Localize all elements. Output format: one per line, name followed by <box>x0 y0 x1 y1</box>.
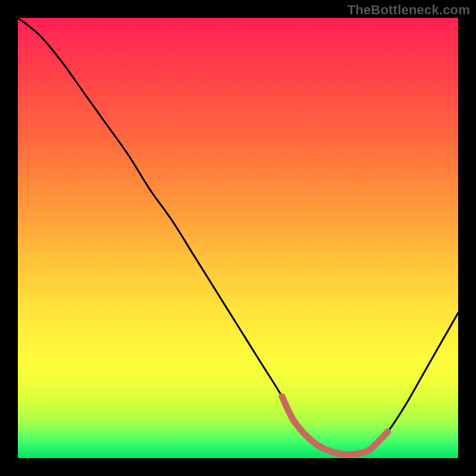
plot-area <box>18 18 458 458</box>
curve-main <box>18 18 458 455</box>
bottleneck-curve <box>18 18 458 458</box>
curve-highlight <box>282 396 388 455</box>
chart-frame: TheBottleneck.com <box>0 0 476 476</box>
watermark-text: TheBottleneck.com <box>347 2 470 18</box>
